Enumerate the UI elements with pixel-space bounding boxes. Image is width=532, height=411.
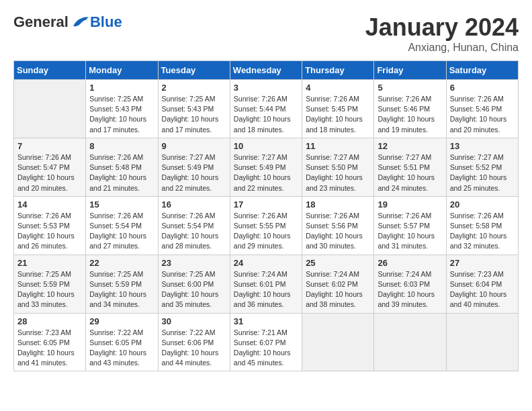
calendar-day-cell: 1Sunrise: 7:25 AMSunset: 5:43 PMDaylight… [86,80,158,138]
day-info: Sunrise: 7:24 AMSunset: 6:03 PMDaylight:… [378,269,442,310]
day-number: 4 [306,83,370,93]
calendar-day-header: Saturday [446,61,518,80]
calendar-day-cell: 31Sunrise: 7:21 AMSunset: 6:07 PMDayligh… [230,313,302,371]
calendar-day-cell: 2Sunrise: 7:25 AMSunset: 5:43 PMDaylight… [158,80,230,138]
day-number: 2 [162,83,226,93]
page-header: General Blue January 2024 Anxiang, Hunan… [13,13,519,54]
calendar-day-cell: 4Sunrise: 7:26 AMSunset: 5:45 PMDaylight… [302,80,374,138]
day-info: Sunrise: 7:27 AMSunset: 5:49 PMDaylight:… [162,152,226,193]
day-info: Sunrise: 7:24 AMSunset: 6:02 PMDaylight:… [306,269,370,310]
logo: General Blue [13,13,122,31]
day-number: 18 [306,199,370,210]
day-number: 19 [378,199,442,210]
day-info: Sunrise: 7:26 AMSunset: 5:58 PMDaylight:… [450,211,515,252]
day-info: Sunrise: 7:27 AMSunset: 5:49 PMDaylight:… [234,152,298,193]
day-info: Sunrise: 7:25 AMSunset: 5:59 PMDaylight:… [17,269,82,310]
day-info: Sunrise: 7:27 AMSunset: 5:51 PMDaylight:… [378,152,442,193]
day-number: 24 [234,258,298,268]
day-number: 10 [234,141,298,151]
day-info: Sunrise: 7:26 AMSunset: 5:47 PMDaylight:… [17,152,82,193]
calendar-day-cell: 12Sunrise: 7:27 AMSunset: 5:51 PMDayligh… [374,138,446,196]
calendar-day-cell: 3Sunrise: 7:26 AMSunset: 5:44 PMDaylight… [230,80,302,138]
day-info: Sunrise: 7:25 AMSunset: 5:43 PMDaylight:… [89,94,154,135]
day-number: 22 [89,258,154,268]
day-number: 8 [89,141,154,151]
day-number: 21 [17,258,82,268]
day-number: 25 [306,258,370,268]
calendar-day-header: Sunday [14,61,86,80]
day-number: 20 [450,199,515,210]
day-info: Sunrise: 7:26 AMSunset: 5:56 PMDaylight:… [306,211,370,252]
day-number: 14 [17,199,82,210]
day-number: 9 [162,141,226,151]
day-number: 7 [17,141,82,151]
day-info: Sunrise: 7:25 AMSunset: 5:43 PMDaylight:… [162,94,226,135]
day-number: 27 [450,258,515,268]
calendar-day-cell: 15Sunrise: 7:26 AMSunset: 5:54 PMDayligh… [86,196,158,255]
day-number: 29 [89,316,154,326]
logo-bird-icon [70,14,90,30]
calendar-day-cell: 10Sunrise: 7:27 AMSunset: 5:49 PMDayligh… [230,138,302,196]
calendar-week-row: 21Sunrise: 7:25 AMSunset: 5:59 PMDayligh… [14,255,519,313]
calendar-day-cell: 23Sunrise: 7:25 AMSunset: 6:00 PMDayligh… [158,255,230,313]
calendar-day-cell: 24Sunrise: 7:24 AMSunset: 6:01 PMDayligh… [230,255,302,313]
day-number: 17 [234,199,298,210]
calendar-day-header: Thursday [302,61,374,80]
day-number: 3 [234,83,298,93]
calendar-day-cell: 20Sunrise: 7:26 AMSunset: 5:58 PMDayligh… [446,196,518,255]
calendar-day-cell: 11Sunrise: 7:27 AMSunset: 5:50 PMDayligh… [302,138,374,196]
day-info: Sunrise: 7:27 AMSunset: 5:50 PMDaylight:… [306,152,370,193]
calendar-table: SundayMondayTuesdayWednesdayThursdayFrid… [13,60,519,371]
calendar-day-header: Monday [86,61,158,80]
day-info: Sunrise: 7:22 AMSunset: 6:06 PMDaylight:… [162,328,226,369]
calendar-day-cell: 28Sunrise: 7:23 AMSunset: 6:05 PMDayligh… [14,313,86,371]
day-info: Sunrise: 7:26 AMSunset: 5:55 PMDaylight:… [234,211,298,252]
day-number: 26 [378,258,442,268]
calendar-day-cell: 21Sunrise: 7:25 AMSunset: 5:59 PMDayligh… [14,255,86,313]
day-number: 28 [17,316,82,326]
location-text: Anxiang, Hunan, China [365,42,519,54]
calendar-day-cell: 30Sunrise: 7:22 AMSunset: 6:06 PMDayligh… [158,313,230,371]
day-info: Sunrise: 7:25 AMSunset: 6:00 PMDaylight:… [162,269,226,310]
title-section: January 2024 Anxiang, Hunan, China [365,13,519,54]
calendar-day-cell: 17Sunrise: 7:26 AMSunset: 5:55 PMDayligh… [230,196,302,255]
day-number: 5 [378,83,442,93]
day-info: Sunrise: 7:26 AMSunset: 5:46 PMDaylight:… [450,94,515,135]
calendar-day-cell: 19Sunrise: 7:26 AMSunset: 5:57 PMDayligh… [374,196,446,255]
day-number: 30 [162,316,226,326]
calendar-day-cell [302,313,374,371]
calendar-day-cell: 7Sunrise: 7:26 AMSunset: 5:47 PMDaylight… [14,138,86,196]
calendar-day-cell [446,313,518,371]
calendar-day-cell [374,313,446,371]
day-info: Sunrise: 7:26 AMSunset: 5:45 PMDaylight:… [306,94,370,135]
calendar-day-cell: 13Sunrise: 7:27 AMSunset: 5:52 PMDayligh… [446,138,518,196]
day-number: 13 [450,141,515,151]
day-info: Sunrise: 7:24 AMSunset: 6:01 PMDaylight:… [234,269,298,310]
logo-general-text: General [13,13,69,31]
day-info: Sunrise: 7:26 AMSunset: 5:54 PMDaylight:… [89,211,154,252]
calendar-header-row: SundayMondayTuesdayWednesdayThursdayFrid… [14,61,519,80]
day-info: Sunrise: 7:26 AMSunset: 5:54 PMDaylight:… [162,211,226,252]
calendar-week-row: 7Sunrise: 7:26 AMSunset: 5:47 PMDaylight… [14,138,519,196]
calendar-day-cell: 6Sunrise: 7:26 AMSunset: 5:46 PMDaylight… [446,80,518,138]
calendar-day-cell: 9Sunrise: 7:27 AMSunset: 5:49 PMDaylight… [158,138,230,196]
month-title: January 2024 [365,13,519,42]
day-info: Sunrise: 7:26 AMSunset: 5:48 PMDaylight:… [89,152,154,193]
day-info: Sunrise: 7:26 AMSunset: 5:46 PMDaylight:… [378,94,442,135]
calendar-day-cell: 14Sunrise: 7:26 AMSunset: 5:53 PMDayligh… [14,196,86,255]
calendar-week-row: 14Sunrise: 7:26 AMSunset: 5:53 PMDayligh… [14,196,519,255]
day-info: Sunrise: 7:26 AMSunset: 5:57 PMDaylight:… [378,211,442,252]
calendar-day-cell: 18Sunrise: 7:26 AMSunset: 5:56 PMDayligh… [302,196,374,255]
day-info: Sunrise: 7:26 AMSunset: 5:44 PMDaylight:… [234,94,298,135]
calendar-day-cell: 8Sunrise: 7:26 AMSunset: 5:48 PMDaylight… [86,138,158,196]
day-number: 11 [306,141,370,151]
day-number: 12 [378,141,442,151]
day-info: Sunrise: 7:23 AMSunset: 6:05 PMDaylight:… [17,328,82,369]
day-info: Sunrise: 7:22 AMSunset: 6:05 PMDaylight:… [89,328,154,369]
day-info: Sunrise: 7:27 AMSunset: 5:52 PMDaylight:… [450,152,515,193]
day-number: 31 [234,316,298,326]
calendar-week-row: 1Sunrise: 7:25 AMSunset: 5:43 PMDaylight… [14,80,519,138]
calendar-day-cell: 16Sunrise: 7:26 AMSunset: 5:54 PMDayligh… [158,196,230,255]
calendar-day-header: Friday [374,61,446,80]
day-info: Sunrise: 7:25 AMSunset: 5:59 PMDaylight:… [89,269,154,310]
